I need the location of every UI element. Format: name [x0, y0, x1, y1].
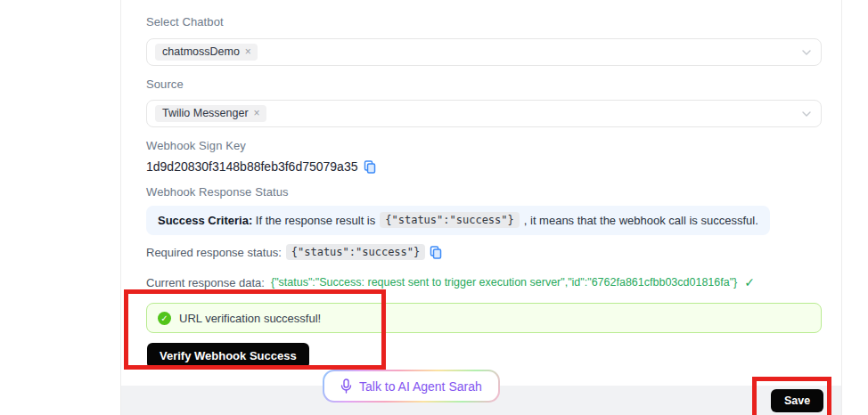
talk-button-label: Talk to AI Agent Sarah — [359, 379, 482, 394]
required-status-label: Required response status: — [146, 246, 282, 259]
required-status-code-chip: {"status":"success"} — [286, 244, 426, 260]
save-button[interactable]: Save — [771, 389, 823, 412]
current-response-value: {"status":"Success: request sent to trig… — [271, 276, 737, 289]
chatbot-tag-label: chatmossDemo — [162, 45, 240, 58]
talk-to-agent-button[interactable]: Talk to AI Agent Sarah — [323, 370, 500, 403]
copy-icon[interactable] — [364, 160, 376, 174]
chevron-down-icon[interactable] — [801, 109, 812, 119]
sign-key-label: Webhook Sign Key — [146, 139, 246, 152]
criteria-text-1: If the response result is — [256, 214, 375, 227]
select-chatbot-label: Select Chatbot — [146, 15, 224, 28]
chatbot-tag-remove-icon[interactable]: × — [245, 45, 251, 58]
chevron-down-icon[interactable] — [801, 47, 812, 58]
source-selected-tag: Twilio Messenger × — [155, 105, 266, 122]
success-check-icon: ✓ — [158, 312, 171, 325]
url-verification-alert: ✓ URL verification successful! — [146, 303, 822, 333]
microphone-icon — [340, 378, 352, 395]
criteria-bold-text: Success Criteria: — [158, 214, 252, 227]
sign-key-row: 1d9d20830f3148b88feb3f6d75079a35 — [146, 159, 376, 174]
check-icon: ✓ — [744, 275, 755, 289]
source-label: Source — [146, 77, 184, 91]
verify-webhook-button[interactable]: Verify Webhook Success — [147, 343, 309, 369]
source-select[interactable]: Twilio Messenger × — [146, 100, 822, 127]
source-tag-remove-icon[interactable]: × — [254, 107, 260, 119]
webhook-settings-panel: Select Chatbot chatmossDemo × Source Twi… — [120, 0, 842, 415]
current-response-label: Current response data: — [146, 276, 265, 289]
verification-message: URL verification successful! — [179, 312, 321, 325]
sign-key-value: 1d9d20830f3148b88feb3f6d75079a35 — [146, 159, 357, 174]
success-criteria-infobox: Success Criteria: If the response result… — [146, 206, 770, 235]
criteria-code-chip: {"status":"success"} — [380, 212, 520, 228]
current-response-row: Current response data: {"status":"Succes… — [146, 275, 755, 289]
source-tag-label: Twilio Messenger — [162, 107, 249, 119]
required-status-row: Required response status: {"status":"suc… — [146, 244, 442, 260]
response-status-label: Webhook Response Status — [146, 185, 289, 199]
chatbot-select[interactable]: chatmossDemo × — [146, 38, 822, 66]
chatbot-selected-tag: chatmossDemo × — [155, 44, 258, 61]
criteria-text-2: , it means that the webhook call is succ… — [524, 214, 758, 227]
copy-icon[interactable] — [430, 246, 442, 259]
